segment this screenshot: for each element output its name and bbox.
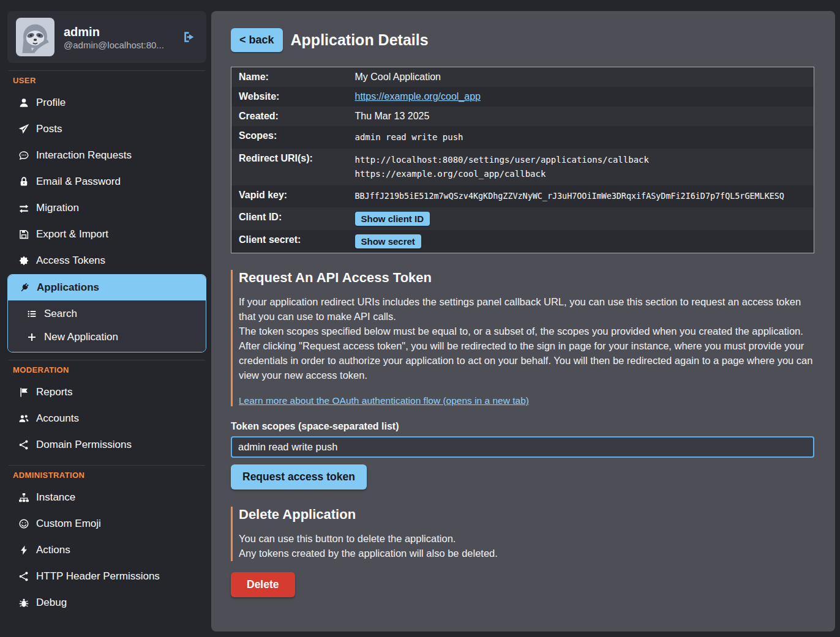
row-label: Redirect URI(s):: [231, 149, 348, 185]
avatar: [16, 18, 54, 56]
sidebar-item-label: Email & Password: [36, 176, 121, 188]
sidebar-item-label: Instance: [36, 491, 75, 504]
delete-section-heading: Delete Application: [239, 507, 814, 523]
website-link[interactable]: https://example.org/cool_app: [355, 91, 481, 102]
sidebar-item-label: Actions: [36, 544, 70, 556]
table-row-client-id: Client ID: Show client ID: [231, 207, 814, 230]
user-icon: [17, 97, 30, 108]
smile-icon: [17, 518, 30, 529]
sidebar-item-debug[interactable]: Debug: [7, 590, 206, 616]
floppy-icon: [17, 229, 30, 240]
token-scopes-label: Token scopes (space-separated list): [231, 421, 814, 432]
logout-button[interactable]: [180, 28, 198, 46]
sidebar-item-export-import[interactable]: Export & Import: [7, 222, 206, 247]
sidebar-divider: [9, 465, 205, 466]
flag-icon: [17, 387, 30, 398]
back-button[interactable]: < back: [231, 28, 283, 52]
sidebar-item-label: Migration: [36, 202, 79, 214]
sidebar-item-label: Posts: [36, 123, 62, 135]
row-value: BBJffJ219b5iE512m7wQSzv4KgKDhgZZVzNyWC_r…: [348, 185, 814, 207]
token-section-paragraph: After clicking "Request access token", y…: [239, 339, 814, 383]
row-label: Client ID:: [231, 207, 348, 230]
sidebar-item-label: Interaction Requests: [36, 149, 132, 162]
sidebar-divider: [9, 360, 205, 360]
sidebar-item-label: Export & Import: [36, 228, 108, 240]
sidebar-item-label: Debug: [36, 597, 67, 609]
lock-icon: [17, 176, 30, 187]
list-icon: [25, 309, 38, 319]
row-label: Scopes:: [231, 126, 348, 149]
show-client-id-button[interactable]: Show client ID: [355, 212, 430, 226]
sidebar-item-custom-emoji[interactable]: Custom Emoji: [7, 511, 206, 537]
sidebar-item-http-header-permissions[interactable]: HTTP Header Permissions: [7, 564, 206, 589]
sidebar-item-email-password[interactable]: Email & Password: [7, 169, 206, 195]
redirect-uri: http://localhost:8080/settings/user/appl…: [355, 153, 807, 167]
delete-section-docs: Delete Application You can use this butt…: [231, 507, 814, 561]
sidebar-item-label: Custom Emoji: [36, 518, 101, 530]
sidebar-item-new-application[interactable]: New Application: [15, 326, 206, 349]
row-value: admin read write push: [348, 126, 814, 149]
plug-icon: [18, 282, 31, 293]
sidebar-item-label: Reports: [36, 386, 73, 398]
section-label-moderation: MODERATION: [13, 365, 206, 374]
request-access-token-button[interactable]: Request access token: [231, 464, 367, 490]
sidebar-item-profile[interactable]: Profile: [7, 90, 206, 116]
table-row-scopes: Scopes: admin read write push: [231, 126, 814, 149]
table-row-vapid-key: Vapid key: BBJffJ219b5iE512m7wQSzv4KgKDh…: [231, 185, 814, 207]
row-label: Name:: [231, 67, 348, 88]
oauth-docs-link[interactable]: Learn more about the OAuth authenticatio…: [239, 395, 529, 406]
table-row-client-secret: Client secret: Show secret: [231, 230, 814, 253]
sidebar-item-search[interactable]: Search: [15, 302, 206, 326]
sidebar-item-label: HTTP Header Permissions: [36, 570, 160, 583]
users-icon: [17, 413, 30, 424]
sidebar-item-interaction-requests[interactable]: Interaction Requests: [7, 143, 206, 168]
sidebar-item-domain-permissions[interactable]: Domain Permissions: [7, 432, 206, 458]
user-names: admin @admin@localhost:80...: [64, 24, 171, 50]
sidebar-item-access-tokens[interactable]: Access Tokens: [7, 248, 206, 274]
table-row-created: Created: Thu Mar 13 2025: [231, 106, 814, 126]
sign-out-icon: [181, 29, 197, 45]
delete-section-paragraph: Any tokens created by the application wi…: [239, 546, 814, 561]
certificate-icon: [17, 255, 30, 266]
sidebar-item-actions[interactable]: Actions: [7, 537, 206, 563]
application-details-table: Name: My Cool Application Website: https…: [231, 67, 814, 253]
applications-subnav: Search New Application: [8, 300, 206, 352]
section-label-administration: ADMINISTRATION: [13, 471, 206, 480]
page-header: < back Application Details: [231, 28, 814, 52]
sidebar-item-label: Domain Permissions: [36, 439, 132, 451]
sidebar-item-label: Applications: [37, 281, 99, 294]
delete-section-paragraph: You can use this button to delete the ap…: [239, 532, 814, 546]
token-section-docs: Request An API Access Token If your appl…: [231, 270, 814, 406]
sidebar-item-reports[interactable]: Reports: [7, 379, 206, 405]
sidebar-item-applications[interactable]: Applications: [8, 275, 206, 300]
applications-nav-group: Applications Search New Application: [7, 274, 206, 352]
redirect-uri: https://example.org/cool_app/callback: [355, 167, 807, 181]
row-label: Vapid key:: [231, 185, 348, 207]
paper-plane-icon: [17, 124, 30, 135]
sidebar-item-posts[interactable]: Posts: [7, 116, 206, 142]
table-row-name: Name: My Cool Application: [231, 67, 814, 88]
sidebar-divider: [9, 70, 205, 71]
comment-dots-icon: [17, 150, 30, 161]
sidebar-item-label: New Application: [44, 331, 118, 343]
show-secret-button[interactable]: Show secret: [355, 234, 421, 248]
sitemap-icon: [17, 492, 30, 503]
share-nodes-icon: [17, 571, 30, 582]
page-title: Application Details: [291, 31, 429, 49]
plus-icon: [25, 332, 38, 342]
sidebar-item-migration[interactable]: Migration: [7, 195, 206, 221]
row-value: Thu Mar 13 2025: [348, 106, 814, 126]
delete-button[interactable]: Delete: [231, 572, 295, 597]
token-scopes-input[interactable]: [231, 436, 814, 458]
bug-icon: [17, 597, 30, 608]
exchange-icon: [17, 203, 30, 214]
sidebar-item-accounts[interactable]: Accounts: [7, 406, 206, 431]
sidebar-item-instance[interactable]: Instance: [7, 485, 206, 510]
row-value: My Cool Application: [348, 67, 814, 88]
sidebar-item-label: Profile: [36, 97, 66, 109]
sidebar-item-label: Access Tokens: [36, 255, 105, 267]
table-row-website: Website: https://example.org/cool_app: [231, 87, 814, 106]
username: admin: [64, 24, 171, 40]
table-row-redirect-uris: Redirect URI(s): http://localhost:8080/s…: [231, 149, 814, 185]
token-section-paragraph: The token scopes specified below must be…: [239, 324, 814, 339]
